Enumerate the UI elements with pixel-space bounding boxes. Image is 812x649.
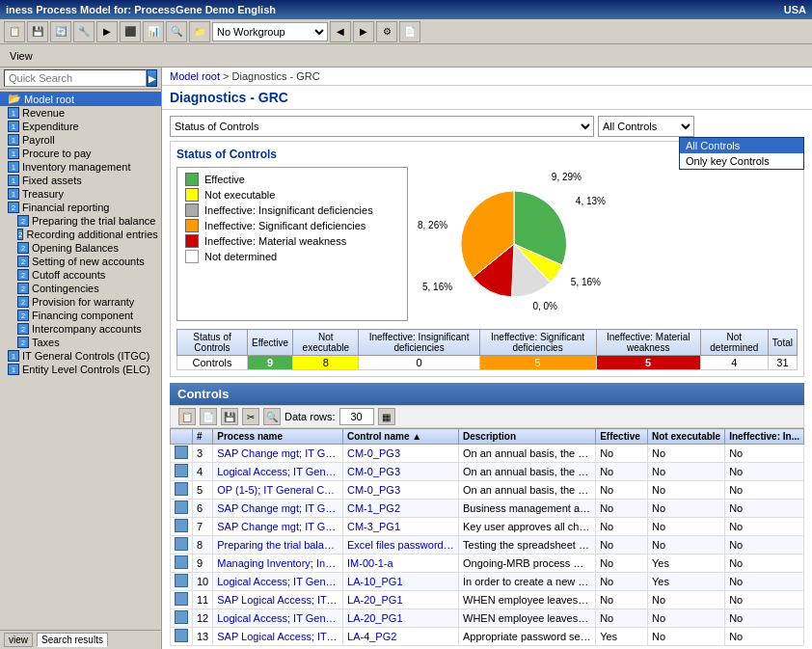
sidebar-item-elc[interactable]: 1 Entity Level Controls (ELC) bbox=[0, 363, 161, 376]
legend-color-material bbox=[185, 234, 199, 248]
row-num: 7 bbox=[193, 518, 213, 536]
sidebar-tab-search-results[interactable]: Search results bbox=[37, 633, 108, 647]
breadcrumb-child: Diagnostics - GRC bbox=[232, 70, 320, 82]
sidebar-item-provision[interactable]: 2 Provision for warranty bbox=[0, 295, 161, 309]
toolbar-btn-1[interactable]: 📋 bbox=[4, 21, 25, 42]
row-control[interactable]: Excel files password ... bbox=[343, 536, 459, 554]
ctrl-btn-4[interactable]: ✂ bbox=[242, 408, 259, 425]
row-control[interactable]: LA-20_PG1 bbox=[343, 591, 459, 609]
sidebar-item-model-root[interactable]: 📂 Model root bbox=[0, 92, 161, 106]
ctrl-btn-3[interactable]: 💾 bbox=[221, 408, 238, 425]
row-control[interactable]: CM-0_PG3 bbox=[343, 463, 459, 481]
row-control[interactable]: CM-0_PG3 bbox=[343, 481, 459, 500]
toolbar-btn-6[interactable]: ⬛ bbox=[120, 21, 141, 42]
row-process[interactable]: SAP Change mgt; IT Genera... bbox=[213, 518, 343, 536]
page-icon: 1 bbox=[8, 107, 19, 119]
col-description[interactable]: Description bbox=[459, 429, 596, 445]
sidebar-item-financing[interactable]: 2 Financing component bbox=[0, 309, 161, 322]
controls-type-select[interactable]: All Controls Only key Controls bbox=[598, 116, 694, 137]
row-num: 6 bbox=[193, 500, 213, 518]
page-icon: 1 bbox=[8, 188, 19, 200]
sidebar-tab-view[interactable]: view bbox=[4, 633, 33, 647]
toolbar-btn-10[interactable]: ◀ bbox=[330, 21, 351, 42]
sidebar-item-revenue[interactable]: 1 Revenue bbox=[0, 106, 161, 120]
data-rows-input[interactable] bbox=[339, 408, 374, 425]
toolbar-btn-9[interactable]: 📁 bbox=[189, 21, 210, 42]
row-process[interactable]: Logical Access; IT General ... bbox=[213, 609, 343, 628]
row-process[interactable]: Preparing the trial balance;... bbox=[213, 536, 343, 554]
pie-label-effective: 9, 29% bbox=[552, 172, 582, 182]
col-ineffective[interactable]: Ineffective: In... bbox=[725, 429, 804, 445]
toolbar-btn-3[interactable]: 🔄 bbox=[50, 21, 71, 42]
toolbar-btn-7[interactable]: 📊 bbox=[143, 21, 164, 42]
sidebar-item-recording[interactable]: 2 Recording additional entries bbox=[0, 228, 161, 241]
row-control[interactable]: CM-3_PG1 bbox=[343, 518, 459, 536]
row-control[interactable]: LA-20_PG1 bbox=[343, 609, 459, 628]
sidebar-item-taxes[interactable]: 2 Taxes bbox=[0, 336, 161, 349]
row-effective: No bbox=[596, 500, 648, 518]
row-control[interactable]: LA-10_PG1 bbox=[343, 573, 459, 591]
breadcrumb-root[interactable]: Model root bbox=[170, 70, 220, 82]
toolbar-btn-8[interactable]: 🔍 bbox=[166, 21, 187, 42]
pie-label-material: 5, 16% bbox=[422, 282, 452, 292]
col-not-executable[interactable]: Not executable bbox=[648, 429, 725, 445]
row-control[interactable]: LA-4_PG2 bbox=[343, 628, 459, 646]
row-control[interactable]: CM-0_PG3 bbox=[343, 445, 459, 463]
status-select[interactable]: Status of Controls bbox=[170, 116, 594, 137]
ctrl-btn-grid[interactable]: ▦ bbox=[378, 408, 395, 425]
sidebar-item-new-accounts[interactable]: 2 Setting of new accounts bbox=[0, 255, 161, 268]
row-process[interactable]: Logical Access; IT General ... bbox=[213, 463, 343, 481]
ctrl-btn-2[interactable]: 📄 bbox=[200, 408, 217, 425]
sidebar-item-trial-balance[interactable]: 2 Preparing the trial balance bbox=[0, 214, 161, 228]
sidebar-item-itgc[interactable]: 1 IT General Controls (ITGC) bbox=[0, 349, 161, 363]
sidebar-item-fixed-assets[interactable]: 1 Fixed assets bbox=[0, 174, 161, 187]
sidebar-bottom: view Search results bbox=[0, 630, 161, 649]
sidebar-item-intercompany[interactable]: 2 Intercompany accounts bbox=[0, 322, 161, 336]
page-icon: 2 bbox=[17, 269, 29, 281]
row-process[interactable]: Logical Access; IT General ... bbox=[213, 573, 343, 591]
row-process[interactable]: SAP Change mgt; IT Genera... bbox=[213, 500, 343, 518]
row-process[interactable]: SAP Logical Access; IT Gene... bbox=[213, 591, 343, 609]
sidebar-item-contingencies[interactable]: 2 Contingencies bbox=[0, 282, 161, 295]
sidebar-item-payroll[interactable]: 1 Payroll bbox=[0, 133, 161, 147]
col-effective[interactable]: Effective bbox=[596, 429, 648, 445]
sidebar-item-treasury[interactable]: 1 Treasury bbox=[0, 187, 161, 201]
row-description: On an annual basis, the IT man... bbox=[459, 463, 596, 481]
dropdown-option-key-controls[interactable]: Only key Controls bbox=[680, 153, 803, 169]
col-process[interactable]: Process name bbox=[213, 429, 343, 445]
toolbar-btn-4[interactable]: 🔧 bbox=[73, 21, 95, 42]
ctrl-btn-5[interactable]: 🔍 bbox=[263, 408, 281, 425]
row-control[interactable]: IM-00-1-a bbox=[343, 554, 459, 573]
row-process[interactable]: Managing Inventory; Invent... bbox=[213, 554, 343, 573]
row-control[interactable]: CM-1_PG2 bbox=[343, 500, 459, 518]
table-row: 5 OP (1-5); IT General Contro... CM-0_PG… bbox=[171, 481, 804, 500]
quick-search-button[interactable]: ▶ bbox=[147, 69, 157, 87]
toolbar-btn-5[interactable]: ▶ bbox=[96, 21, 118, 42]
toolbar-btn-13[interactable]: 📄 bbox=[399, 21, 420, 42]
sidebar-item-procure-to-pay[interactable]: 1 Procure to pay bbox=[0, 147, 161, 160]
col-num[interactable]: # bbox=[193, 429, 213, 445]
col-control[interactable]: Control name ▲ bbox=[343, 429, 459, 445]
sidebar-item-expenditure[interactable]: 1 Expenditure bbox=[0, 120, 161, 133]
dropdown-row: Status of Controls All Controls Only key… bbox=[170, 116, 804, 137]
sidebar-item-inventory[interactable]: 1 Inventory management bbox=[0, 160, 161, 174]
workgroup-select[interactable]: No Workgroup bbox=[212, 22, 328, 41]
sidebar-item-financial-reporting[interactable]: 2 Financial reporting bbox=[0, 201, 161, 214]
row-ineffective: No bbox=[725, 554, 804, 573]
status-of-controls-section: Status of Controls Effective Not executa… bbox=[170, 141, 804, 377]
ctrl-btn-1[interactable]: 📋 bbox=[178, 408, 196, 425]
page-icon: 1 bbox=[8, 121, 19, 132]
sidebar-item-cutoff[interactable]: 2 Cutoff accounts bbox=[0, 268, 161, 282]
row-process[interactable]: SAP Logical Access; IT Gene... bbox=[213, 628, 343, 646]
toolbar-btn-12[interactable]: ⚙ bbox=[376, 21, 397, 42]
row-ineffective: No bbox=[725, 481, 804, 500]
dropdown-option-all-controls[interactable]: All Controls bbox=[680, 138, 803, 153]
menu-view[interactable]: View bbox=[4, 48, 39, 64]
toolbar-btn-11[interactable]: ▶ bbox=[353, 21, 374, 42]
toolbar-btn-2[interactable]: 💾 bbox=[27, 21, 48, 42]
row-process[interactable]: SAP Change mgt; IT Genera... bbox=[213, 445, 343, 463]
quick-search-input[interactable] bbox=[4, 69, 147, 87]
sidebar-item-opening-balances[interactable]: 2 Opening Balances bbox=[0, 241, 161, 255]
row-num: 11 bbox=[193, 591, 213, 609]
row-process[interactable]: OP (1-5); IT General Contro... bbox=[213, 481, 343, 500]
